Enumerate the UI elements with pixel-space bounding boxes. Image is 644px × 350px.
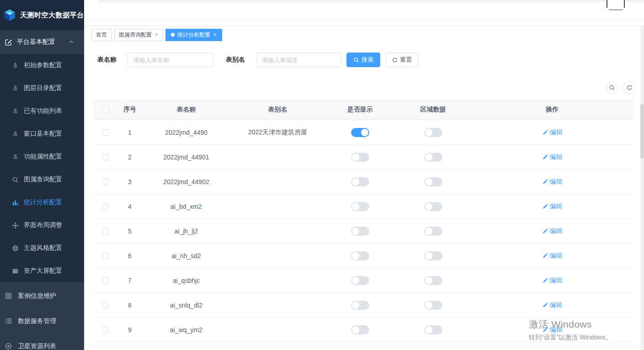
row-table-name: 2022jmd_44901 [142,154,231,161]
show-toggle[interactable] [351,202,369,211]
show-toggle[interactable] [351,128,369,137]
close-icon[interactable]: × [213,32,217,37]
row-checkbox[interactable] [102,203,109,210]
show-toggle[interactable] [351,177,369,186]
claw-icon [12,108,19,115]
sidebar-submenu: 初始参数配置 图层目录配置 已有功能列表 窗口基本配置 功能属性配置 图属查询配… [0,54,84,282]
sidebar-item-layout-adjust[interactable]: 界面布局调整 [0,214,84,237]
refresh-icon [392,57,398,63]
table-search-toggle-button[interactable] [606,81,618,94]
edit-button[interactable]: 编辑 [542,227,563,235]
row-table-name: ai_qsbhjc [142,277,231,284]
region-data-toggle[interactable] [424,128,442,137]
close-icon[interactable]: × [155,32,158,37]
table-name-input[interactable] [128,53,213,67]
search-button[interactable]: 搜索 [346,53,380,67]
row-index: 2 [118,154,142,161]
pencil-icon [542,179,548,185]
claw-icon [12,154,19,160]
col-header-show: 是否显示 [325,106,395,114]
claw-icon [12,62,19,69]
region-data-toggle[interactable] [424,251,442,260]
edit-button[interactable]: 编辑 [542,178,563,186]
cutoff-window-fragment [607,0,625,8]
edit-button[interactable]: 编辑 [542,202,563,211]
chevron-up-icon [69,39,74,45]
table-body: 1 2022jmd_4490 2022天津市建筑房屋 编辑 2 2022jmd_… [93,120,633,342]
row-checkbox[interactable] [102,154,109,160]
tab-statistics-config[interactable]: 统计分析配置 × [165,29,222,41]
pencil-icon [542,253,548,259]
sidebar-item-existing-functions[interactable]: 已有功能列表 [0,100,84,122]
col-header-name: 表名称 [142,106,231,114]
table-refresh-button[interactable] [623,81,636,94]
region-data-toggle[interactable] [424,177,442,186]
row-index: 1 [118,129,142,136]
region-data-toggle[interactable] [424,202,442,211]
edit-button[interactable]: 编辑 [542,301,563,309]
region-data-toggle[interactable] [424,227,442,236]
pencil-icon [542,327,548,333]
tabs-bar: 首页 图属查询配置 × 统计分析配置 × [84,26,644,43]
search-icon [12,176,19,183]
region-data-toggle[interactable] [424,301,442,310]
sidebar-item-function-attrs[interactable]: 功能属性配置 [0,145,84,168]
pencil-icon [542,302,548,308]
claw-icon [12,131,19,138]
sidebar-root-items: 案例信息维护 数据服务管理 卫星资源列表 [0,283,84,350]
edit-button[interactable]: 编辑 [542,153,563,161]
show-toggle[interactable] [351,325,369,334]
move-icon [12,222,19,229]
row-checkbox[interactable] [102,327,109,333]
sidebar-item-window-config[interactable]: 窗口基本配置 [0,122,84,145]
reset-button[interactable]: 重置 [386,53,418,67]
edit-button[interactable]: 编辑 [542,276,563,285]
table-row: 8 ai_snlq_dl2 编辑 [93,293,633,318]
case-icon [5,292,12,300]
show-toggle[interactable] [351,227,369,236]
row-index: 7 [118,277,142,284]
sidebar-item-data-service[interactable]: 数据服务管理 [0,308,84,334]
app-logo[interactable]: 天测时空大数据平台 [0,0,84,30]
row-index: 5 [118,228,142,235]
search-icon [609,85,615,91]
row-table-alias: 2022天津市建筑房屋 [231,128,325,137]
region-data-toggle[interactable] [424,325,442,334]
sidebar-item-layer-catalog[interactable]: 图层目录配置 [0,77,84,100]
row-checkbox[interactable] [102,129,109,136]
sidebar-item-case-maintenance[interactable]: 案例信息维护 [0,283,84,308]
show-toggle[interactable] [351,301,369,310]
region-data-toggle[interactable] [424,276,442,285]
select-all-checkbox[interactable] [102,106,109,113]
show-toggle[interactable] [351,251,369,260]
edit-button[interactable]: 编辑 [542,128,563,137]
sidebar-item-asset-dashboard[interactable]: 资产大屏配置 [0,260,84,282]
col-header-action: 操作 [471,106,633,114]
sidebar-item-statistics-config[interactable]: 统计分析配置 [0,191,84,214]
radio-icon [5,342,12,350]
row-checkbox[interactable] [102,253,109,259]
region-data-toggle[interactable] [424,153,442,162]
show-toggle[interactable] [351,153,369,162]
edit-button[interactable]: 编辑 [542,252,563,260]
sidebar-group-platform-config[interactable]: 平台基本配置 [0,30,84,54]
sidebar-item-initial-params[interactable]: 初始参数配置 [0,54,84,77]
sidebar-item-satellite-resources[interactable]: 卫星资源列表 [0,334,84,350]
table-header-row: 序号 表名称 表别名 是否显示 区域数据 操作 [93,100,633,120]
scrollbar-thumb[interactable] [640,104,644,159]
edit-button[interactable]: 编辑 [542,326,563,334]
tab-attribute-query-config[interactable]: 图属查询配置 × [114,29,163,41]
cutoff-window-handle [609,9,623,11]
top-strip [97,0,644,2]
sidebar-item-theme-style[interactable]: 主题风格配置 [0,237,84,260]
row-checkbox[interactable] [102,179,109,185]
row-checkbox[interactable] [102,302,109,308]
scrollbar[interactable] [640,26,644,350]
sidebar-item-attribute-query[interactable]: 图属查询配置 [0,168,84,191]
row-checkbox[interactable] [102,277,109,284]
row-checkbox[interactable] [102,228,109,234]
tab-home[interactable]: 首页 [91,29,112,41]
show-toggle[interactable] [351,276,369,285]
row-table-name: 2022jmd_44902 [142,178,231,186]
table-alias-input[interactable] [256,53,341,67]
